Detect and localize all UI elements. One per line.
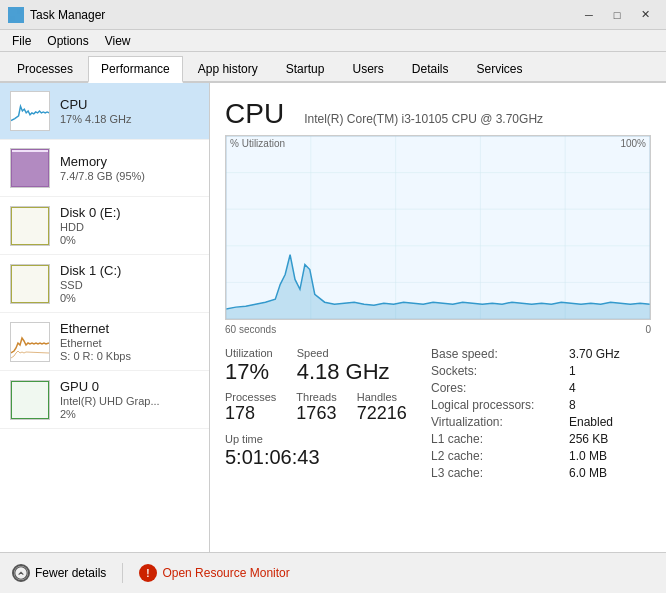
title-bar-left: Task Manager <box>8 7 105 23</box>
chart-svg <box>226 136 650 319</box>
menu-options[interactable]: Options <box>39 32 96 50</box>
ethernet-icon <box>10 322 50 362</box>
virt-key: Virtualization: <box>431 415 561 429</box>
svg-rect-4 <box>11 92 49 130</box>
content-panel: CPU Intel(R) Core(TM) i3-10105 CPU @ 3.7… <box>210 83 666 552</box>
bottom-divider <box>122 563 123 583</box>
disk0-stats: 0% <box>60 234 199 246</box>
fewer-details-label: Fewer details <box>35 566 106 580</box>
processes-value: 178 <box>225 403 276 425</box>
tab-users[interactable]: Users <box>339 56 396 81</box>
uptime-label: Up time <box>225 433 431 445</box>
sidebar-item-gpu0[interactable]: GPU 0 Intel(R) UHD Grap... 2% <box>0 371 209 429</box>
tab-app-history[interactable]: App history <box>185 56 271 81</box>
cores-key: Cores: <box>431 381 561 395</box>
page-title: CPU <box>225 98 284 130</box>
disk1-type: SSD <box>60 279 199 291</box>
title-bar: Task Manager ─ □ ✕ <box>0 0 666 30</box>
cpu-stats: 17% 4.18 GHz <box>60 113 199 125</box>
logical-key: Logical processors: <box>431 398 561 412</box>
chart-pct-label: 100% <box>620 138 646 149</box>
chart-time-left: 60 seconds <box>225 324 276 335</box>
resource-monitor-label: Open Resource Monitor <box>162 566 289 580</box>
base-speed-val: 3.70 GHz <box>569 347 620 361</box>
processes-block: Processes 178 <box>225 391 276 425</box>
handles-label: Handles <box>357 391 407 403</box>
detail-cores: Cores: 4 <box>431 381 651 395</box>
sidebar-item-disk0[interactable]: Disk 0 (E:) HDD 0% <box>0 197 209 255</box>
detail-l1: L1 cache: 256 KB <box>431 432 651 446</box>
speed-value: 4.18 GHz <box>297 359 390 385</box>
svg-text:!: ! <box>147 568 150 579</box>
tab-startup[interactable]: Startup <box>273 56 338 81</box>
virt-val: Enabled <box>569 415 613 429</box>
gpu0-title: GPU 0 <box>60 379 199 394</box>
cpu-header: CPU Intel(R) Core(TM) i3-10105 CPU @ 3.7… <box>225 98 651 130</box>
detail-l3: L3 cache: 6.0 MB <box>431 466 651 480</box>
close-button[interactable]: ✕ <box>632 5 658 25</box>
utilization-block: Utilization 17% <box>225 347 273 385</box>
sidebar-item-cpu[interactable]: CPU 17% 4.18 GHz <box>0 83 209 140</box>
gpu0-icon <box>10 380 50 420</box>
sidebar-item-memory[interactable]: Memory 7.4/7.8 GB (95%) <box>0 140 209 197</box>
cpu-info: CPU 17% 4.18 GHz <box>60 97 199 125</box>
minimize-button[interactable]: ─ <box>576 5 602 25</box>
sidebar-item-ethernet[interactable]: Ethernet Ethernet S: 0 R: 0 Kbps <box>0 313 209 371</box>
bottom-bar: Fewer details ! Open Resource Monitor <box>0 552 666 592</box>
sockets-val: 1 <box>569 364 576 378</box>
sidebar: CPU 17% 4.18 GHz Memory 7.4/7.8 GB (95%) <box>0 83 210 552</box>
chart-footer: 60 seconds 0 <box>225 324 651 335</box>
logical-val: 8 <box>569 398 576 412</box>
menu-file[interactable]: File <box>4 32 39 50</box>
gpu0-model: Intel(R) UHD Grap... <box>60 395 199 407</box>
app-icon <box>8 7 24 23</box>
disk0-title: Disk 0 (E:) <box>60 205 199 220</box>
ethernet-type: Ethernet <box>60 337 199 349</box>
tab-bar: Processes Performance App history Startu… <box>0 52 666 83</box>
disk1-icon <box>10 264 50 304</box>
uptime-block: Up time 5:01:06:43 <box>225 433 431 469</box>
processes-label: Processes <box>225 391 276 403</box>
disk0-icon <box>10 206 50 246</box>
tab-processes[interactable]: Processes <box>4 56 86 81</box>
cpu-chart: % Utilization 100% <box>225 135 651 320</box>
memory-stats: 7.4/7.8 GB (95%) <box>60 170 199 182</box>
speed-block: Speed 4.18 GHz <box>297 347 390 385</box>
stats-right: Base speed: 3.70 GHz Sockets: 1 Cores: 4… <box>431 347 651 483</box>
menu-view[interactable]: View <box>97 32 139 50</box>
utilization-value: 17% <box>225 359 273 385</box>
ethernet-title: Ethernet <box>60 321 199 336</box>
speed-label: Speed <box>297 347 390 359</box>
resource-monitor-link[interactable]: ! Open Resource Monitor <box>139 564 289 582</box>
chart-y-label: % Utilization <box>230 138 285 149</box>
maximize-button[interactable]: □ <box>604 5 630 25</box>
disk0-type: HDD <box>60 221 199 233</box>
cores-val: 4 <box>569 381 576 395</box>
threads-value: 1763 <box>296 403 336 425</box>
memory-title: Memory <box>60 154 199 169</box>
svg-rect-2 <box>10 16 15 21</box>
l2-val: 1.0 MB <box>569 449 607 463</box>
svg-rect-3 <box>17 16 22 21</box>
menu-bar: File Options View <box>0 30 666 52</box>
tab-performance[interactable]: Performance <box>88 56 183 83</box>
tab-services[interactable]: Services <box>464 56 536 81</box>
base-speed-key: Base speed: <box>431 347 561 361</box>
uptime-value: 5:01:06:43 <box>225 445 431 469</box>
app-title: Task Manager <box>30 8 105 22</box>
l3-val: 6.0 MB <box>569 466 607 480</box>
fewer-details-link[interactable]: Fewer details <box>12 564 106 582</box>
tab-details[interactable]: Details <box>399 56 462 81</box>
disk1-stats: 0% <box>60 292 199 304</box>
detail-logical: Logical processors: 8 <box>431 398 651 412</box>
svg-rect-0 <box>10 9 15 14</box>
svg-rect-1 <box>17 9 22 14</box>
memory-icon <box>10 148 50 188</box>
handles-value: 72216 <box>357 403 407 425</box>
cpu-title: CPU <box>60 97 199 112</box>
detail-base-speed: Base speed: 3.70 GHz <box>431 347 651 361</box>
detail-virt: Virtualization: Enabled <box>431 415 651 429</box>
threads-block: Threads 1763 <box>296 391 336 425</box>
sidebar-item-disk1[interactable]: Disk 1 (C:) SSD 0% <box>0 255 209 313</box>
l1-val: 256 KB <box>569 432 608 446</box>
